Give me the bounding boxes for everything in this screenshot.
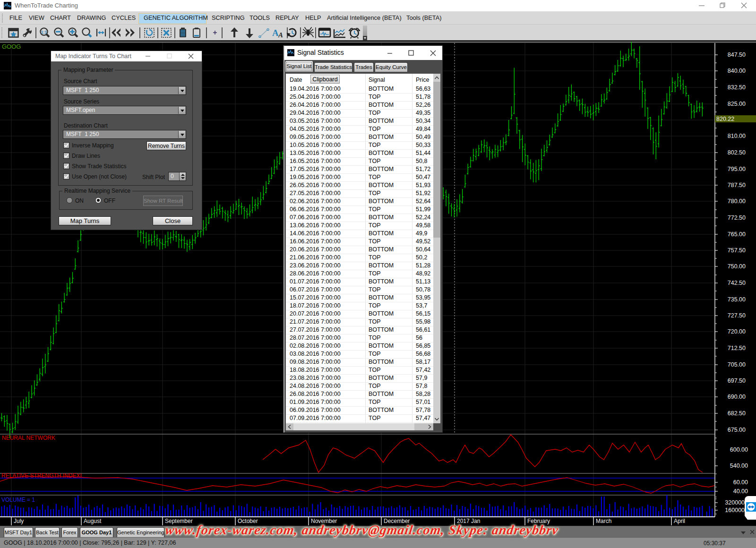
svg-text:682.50: 682.50 <box>728 410 746 417</box>
svg-text:742.50: 742.50 <box>728 280 746 286</box>
svg-text:July: July <box>14 518 24 524</box>
svg-text:832.50: 832.50 <box>728 84 746 91</box>
svg-text:600.00: 600.00 <box>730 446 748 453</box>
svg-text:GOOG: GOOG <box>2 43 21 50</box>
svg-text:60.00: 60.00 <box>733 479 748 486</box>
svg-text:August: August <box>84 518 102 524</box>
svg-text:675.00: 675.00 <box>728 427 746 433</box>
svg-text:795.00: 795.00 <box>728 166 746 172</box>
svg-text:802.50: 802.50 <box>728 149 746 156</box>
svg-text:NEURAL NETWORK: NEURAL NETWORK <box>2 435 55 441</box>
svg-text:March: March <box>596 518 611 524</box>
svg-text:690.00: 690.00 <box>728 394 746 400</box>
svg-text:810.00: 810.00 <box>728 133 746 139</box>
svg-text:697.50: 697.50 <box>728 377 746 384</box>
svg-text:727.50: 727.50 <box>728 312 746 319</box>
svg-text:712.50: 712.50 <box>728 345 746 351</box>
svg-text:787.50: 787.50 <box>728 182 746 188</box>
svg-text:757.50: 757.50 <box>728 247 746 254</box>
svg-text:750.00: 750.00 <box>728 263 746 270</box>
svg-text:847.50: 847.50 <box>728 51 746 58</box>
svg-text:40.00: 40.00 <box>733 488 748 495</box>
svg-text:840.00: 840.00 <box>728 68 746 74</box>
svg-text:772.50: 772.50 <box>728 214 746 221</box>
svg-text:VOLUME = 1: VOLUME = 1 <box>1 497 35 503</box>
svg-text:765.00: 765.00 <box>728 231 746 238</box>
svg-text:RELATIVE STRENGTH INDEXI: RELATIVE STRENGTH INDEXI <box>1 472 82 479</box>
svg-text:780.00: 780.00 <box>728 198 746 205</box>
svg-text:825.00: 825.00 <box>728 101 746 107</box>
svg-text:April: April <box>674 518 685 524</box>
svg-text:705.00: 705.00 <box>728 361 746 368</box>
svg-text:720.00: 720.00 <box>728 328 746 335</box>
svg-text:820.22: 820.22 <box>716 116 734 122</box>
svg-text:540.00: 540.00 <box>730 462 748 469</box>
svg-text:735.00: 735.00 <box>728 296 746 303</box>
